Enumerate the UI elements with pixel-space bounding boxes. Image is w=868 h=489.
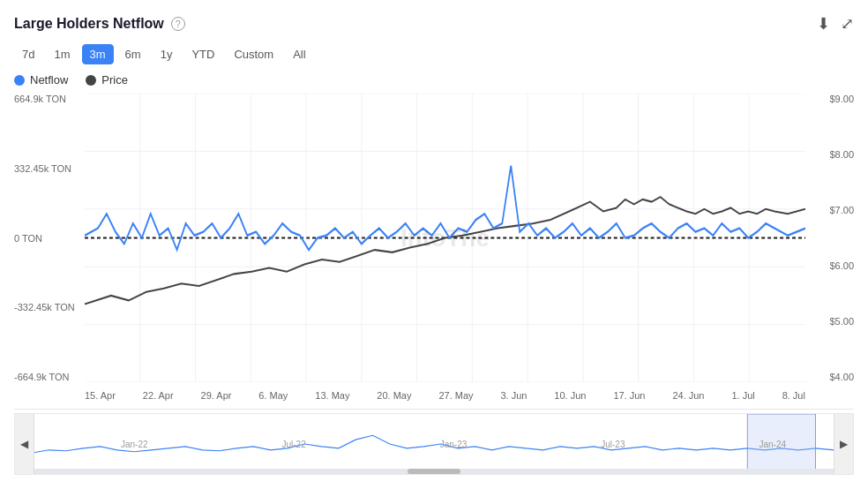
filter-all[interactable]: All <box>285 44 313 64</box>
x-label-3: 6. May <box>258 390 288 401</box>
y-right-5: $4.00 <box>829 372 854 382</box>
filter-custom[interactable]: Custom <box>226 44 281 64</box>
page-container: Large Holders Netflow ? ⬇ ⤢ 7d 1m 3m 6m … <box>0 0 868 489</box>
netflow-label: Netflow <box>30 73 68 87</box>
x-label-12: 8. Jul <box>782 390 805 401</box>
y-left-4: -664.9k TON <box>14 372 85 382</box>
price-dot <box>86 75 96 86</box>
y-right-3: $6.00 <box>829 260 854 271</box>
y-right-1: $8.00 <box>829 149 854 160</box>
x-label-1: 22. Apr <box>143 390 174 401</box>
x-label-8: 10. Jun <box>554 390 586 401</box>
main-chart-svg <box>85 94 805 382</box>
header-left: Large Holders Netflow ? <box>14 16 185 32</box>
download-icon[interactable]: ⬇ <box>817 14 830 34</box>
filter-1m[interactable]: 1m <box>46 44 78 64</box>
filter-6m[interactable]: 6m <box>117 44 149 64</box>
chart-svg-container: IntoThe <box>85 94 805 382</box>
filter-7d[interactable]: 7d <box>14 44 42 64</box>
filter-1y[interactable]: 1y <box>153 44 181 64</box>
x-label-9: 17. Jun <box>613 390 645 401</box>
x-label-7: 3. Jun <box>500 390 527 401</box>
page-title: Large Holders Netflow <box>14 16 164 32</box>
x-label-4: 13. May <box>315 390 349 401</box>
header-actions: ⬇ ⤢ <box>817 14 854 34</box>
filter-ytd[interactable]: YTD <box>183 44 222 64</box>
legend-row: Netflow Price <box>14 73 854 87</box>
mini-chart: Jan-22 Jul-22 Jan-23 Jul-23 Jan-24 ◀ ▶ <box>14 413 854 475</box>
y-axis-left: 664.9k TON 332.45k TON 0 TON -332.45k TO… <box>14 94 85 382</box>
y-right-2: $7.00 <box>829 205 854 215</box>
main-chart: 664.9k TON 332.45k TON 0 TON -332.45k TO… <box>14 94 854 410</box>
mini-chart-svg <box>15 414 853 474</box>
mini-nav-left[interactable]: ◀ <box>15 414 34 474</box>
y-right-4: $5.00 <box>829 316 854 327</box>
filter-3m[interactable]: 3m <box>82 44 114 64</box>
x-label-0: 15. Apr <box>85 390 116 401</box>
scroll-thumb[interactable] <box>408 469 460 474</box>
x-label-11: 1. Jul <box>731 390 754 401</box>
y-right-0: $9.00 <box>829 94 854 104</box>
mini-nav-right[interactable]: ▶ <box>834 414 853 474</box>
legend-price: Price <box>86 73 128 87</box>
header: Large Holders Netflow ? ⬇ ⤢ <box>14 14 854 34</box>
time-filter-row: 7d 1m 3m 6m 1y YTD Custom All <box>14 44 854 64</box>
y-left-0: 664.9k TON <box>14 94 85 104</box>
chart-area: 664.9k TON 332.45k TON 0 TON -332.45k TO… <box>14 94 854 475</box>
x-label-5: 20. May <box>377 390 411 401</box>
y-left-1: 332.45k TON <box>14 163 85 174</box>
scroll-bar[interactable] <box>34 469 834 474</box>
y-left-3: -332.45k TON <box>14 302 85 312</box>
x-axis: 15. Apr 22. Apr 29. Apr 6. May 13. May 2… <box>85 382 805 409</box>
help-icon[interactable]: ? <box>171 17 185 31</box>
svg-rect-19 <box>747 414 815 474</box>
expand-icon[interactable]: ⤢ <box>841 14 854 34</box>
price-label: Price <box>101 73 128 87</box>
x-label-2: 29. Apr <box>201 390 232 401</box>
x-label-6: 27. May <box>438 390 473 401</box>
y-left-2: 0 TON <box>14 233 85 244</box>
x-label-10: 24. Jun <box>672 390 704 401</box>
y-axis-right: $9.00 $8.00 $7.00 $6.00 $5.00 $4.00 <box>810 94 854 382</box>
netflow-dot <box>14 75 25 86</box>
legend-netflow: Netflow <box>14 73 68 87</box>
